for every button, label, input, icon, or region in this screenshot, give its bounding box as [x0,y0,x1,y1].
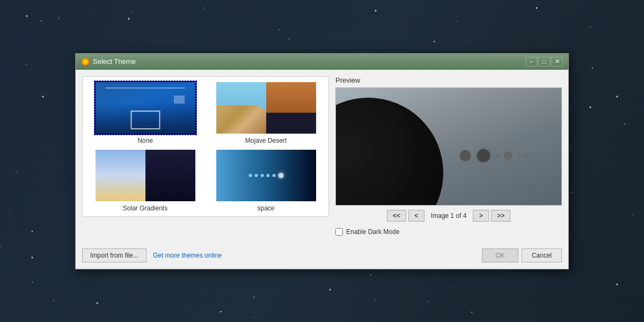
theme-grid: None Mojave Desert [82,76,329,217]
theme-item-solar[interactable]: Solar Gradients [87,149,203,212]
theme-thumbnail-none [94,81,196,135]
svg-point-1 [83,60,87,64]
dialog-body: None Mojave Desert [76,70,568,244]
footer-right: OK Cancel [482,248,562,262]
title-bar-left: Select Theme [81,57,136,66]
last-image-button[interactable]: >> [491,210,510,222]
theme-label-none: None [137,137,153,144]
close-button[interactable]: ✕ [551,57,563,67]
preview-nav: << < Image 1 of 4 > >> [335,210,562,222]
next-image-button[interactable]: > [473,210,489,222]
theme-thumbnail-mojave [215,81,317,135]
window-controls: − □ ✕ [525,57,563,67]
dark-mode-row: Enable Dark Mode [335,226,562,238]
dialog-title: Select Theme [93,57,136,65]
theme-label-mojave: Mojave Desert [245,137,287,144]
theme-item-space[interactable]: space [208,149,324,212]
dialog-footer: Import from file... Get more themes onli… [76,244,568,269]
online-themes-link[interactable]: Get more themes online [153,252,222,259]
prev-image-button[interactable]: < [408,210,425,222]
maximize-button[interactable]: □ [538,57,550,67]
preview-panel: Preview [335,76,562,238]
dark-mode-checkbox[interactable] [335,228,343,236]
first-image-button[interactable]: << [387,210,406,222]
theme-label-solar: Solar Gradients [123,204,167,212]
footer-left: Import from file... Get more themes onli… [82,248,222,262]
preview-label: Preview [335,76,562,84]
image-counter: Image 1 of 4 [431,212,467,219]
theme-label-space: space [257,204,274,212]
theme-item-mojave[interactable]: Mojave Desert [208,81,324,144]
app-icon [81,57,90,66]
ok-button[interactable]: OK [482,248,518,262]
title-bar: Select Theme − □ ✕ [76,54,568,70]
theme-thumbnail-solar [94,149,196,202]
cancel-button[interactable]: Cancel [522,248,562,262]
select-theme-dialog: Select Theme − □ ✕ [75,53,569,269]
dark-mode-label[interactable]: Enable Dark Mode [346,228,399,236]
import-button[interactable]: Import from file... [82,248,147,262]
theme-item-none[interactable]: None [87,81,203,144]
minimize-button[interactable]: − [525,57,537,67]
theme-grid-panel: None Mojave Desert [82,76,329,238]
preview-image [335,87,562,206]
dialog-overlay: Select Theme − □ ✕ [0,0,644,322]
theme-thumbnail-space [215,149,317,202]
